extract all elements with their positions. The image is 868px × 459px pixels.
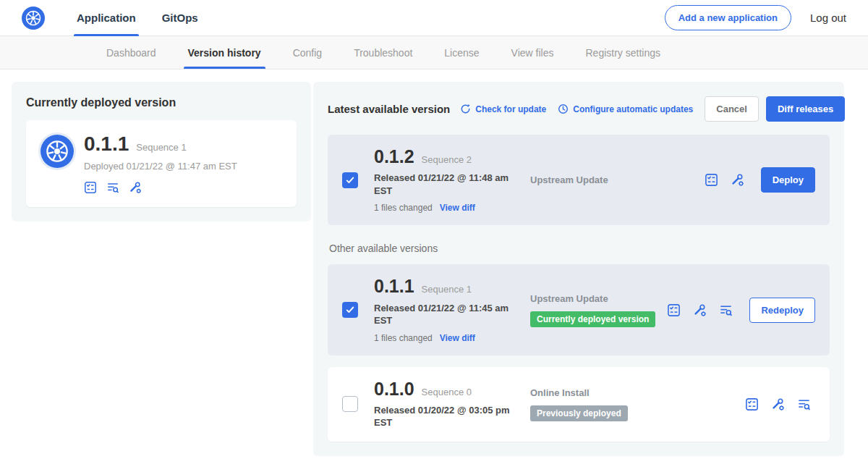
deployed-timestamp: Deployed 01/21/22 @ 11:47 am EST: [84, 161, 237, 172]
version-sequence: Sequence 0: [422, 387, 472, 397]
configure-automatic-updates-label: Configure automatic updates: [573, 104, 693, 114]
version-actions: [745, 397, 815, 411]
release-notes-icon[interactable]: [797, 397, 811, 411]
released-timestamp: Released 01/21/22 @ 11:48 am EST: [374, 172, 516, 197]
diff-releases-button[interactable]: Diff releases: [766, 96, 845, 122]
topnav-tab-application[interactable]: Application: [64, 0, 149, 36]
released-timestamp: Released 01/21/22 @ 11:45 am EST: [374, 302, 516, 327]
main-content: Currently deployed version: [0, 70, 868, 456]
preflight-checks-icon[interactable]: [84, 181, 97, 194]
previously-deployed-badge: Previously deployed: [530, 405, 628, 421]
release-notes-icon[interactable]: [719, 303, 733, 317]
release-notes-icon[interactable]: [106, 181, 119, 194]
version-number: 0.1.1: [374, 277, 414, 295]
checkmark-icon: [345, 175, 355, 185]
version-row-0-1-0: 0.1.0 Sequence 0 Released 01/20/22 @ 03:…: [328, 367, 830, 442]
preflight-checks-icon[interactable]: [705, 173, 718, 187]
add-new-application-button[interactable]: Add a new application: [665, 5, 791, 30]
clock-icon: [558, 104, 569, 114]
app-kubernetes-icon: [41, 135, 74, 168]
deployed-version-details: 0.1.1 Sequence 1 Deployed 01/21/22 @ 11:…: [84, 133, 237, 194]
subnav-tab-view-files[interactable]: View files: [495, 36, 570, 69]
subnav-tab-dashboard[interactable]: Dashboard: [90, 36, 172, 69]
subnav-tab-license[interactable]: License: [428, 36, 495, 69]
top-navbar: Application GitOps Add a new application…: [0, 0, 868, 36]
kubernetes-logo-icon: [22, 7, 45, 30]
subnav-tab-registry-settings[interactable]: Registry settings: [569, 36, 676, 69]
version-source: Upstream Update: [527, 174, 705, 185]
subnav-tab-config[interactable]: Config: [277, 36, 338, 69]
edit-config-icon[interactable]: [731, 173, 744, 187]
version-checkbox[interactable]: [342, 396, 358, 412]
files-changed-label: 1 files changed: [374, 333, 433, 343]
subnav-tab-version-history[interactable]: Version history: [172, 36, 277, 69]
configure-automatic-updates-link[interactable]: Configure automatic updates: [558, 104, 693, 114]
version-row-0-1-2: 0.1.2 Sequence 2 Released 01/21/22 @ 11:…: [328, 135, 830, 225]
currently-deployed-panel: Currently deployed version: [12, 82, 311, 222]
view-diff-link[interactable]: View diff: [440, 203, 475, 213]
available-versions-header: Latest available version Check for updat…: [328, 96, 830, 122]
deployed-sequence: Sequence 1: [136, 142, 186, 153]
version-row-0-1-1: 0.1.1 Sequence 1 Released 01/21/22 @ 11:…: [328, 264, 830, 355]
preflight-checks-icon[interactable]: [667, 303, 681, 317]
deployed-version-number: 0.1.1: [84, 133, 129, 156]
refresh-icon: [460, 104, 471, 114]
version-actions: Deploy: [705, 167, 815, 193]
version-source: Online Install Previously deployed: [527, 387, 745, 421]
source-label: Upstream Update: [530, 293, 667, 304]
check-for-update-link[interactable]: Check for update: [460, 104, 546, 114]
deployed-version-card: 0.1.1 Sequence 1 Deployed 01/21/22 @ 11:…: [26, 120, 297, 207]
source-label: Upstream Update: [530, 174, 705, 185]
version-source: Upstream Update Currently deployed versi…: [527, 293, 667, 327]
topnav-tabs: Application GitOps: [64, 0, 211, 36]
edit-config-icon[interactable]: [771, 397, 785, 411]
cancel-button[interactable]: Cancel: [705, 96, 759, 122]
version-checkbox[interactable]: [342, 302, 358, 318]
version-info: 0.1.2 Sequence 2 Released 01/21/22 @ 11:…: [374, 147, 527, 213]
view-diff-link[interactable]: View diff: [440, 333, 475, 343]
version-number: 0.1.2: [374, 147, 414, 166]
currently-deployed-badge: Currently deployed version: [530, 311, 655, 327]
topnav-right: Add a new application Log out: [665, 5, 846, 30]
version-actions: Redeploy: [667, 298, 815, 323]
version-number: 0.1.0: [374, 379, 414, 398]
currently-deployed-title: Currently deployed version: [26, 96, 297, 109]
subnav-tab-troubleshoot[interactable]: Troubleshoot: [338, 36, 428, 69]
version-sequence: Sequence 2: [422, 154, 472, 165]
redeploy-button[interactable]: Redeploy: [749, 298, 815, 323]
logout-link[interactable]: Log out: [810, 12, 846, 24]
edit-config-icon[interactable]: [693, 303, 707, 317]
check-for-update-label: Check for update: [475, 104, 546, 114]
checkmark-icon: [345, 305, 355, 315]
version-sequence: Sequence 1: [422, 284, 472, 295]
source-label: Online Install: [530, 387, 745, 398]
available-versions-panel: Latest available version Check for updat…: [313, 82, 844, 456]
other-available-versions-label: Other available versions: [329, 243, 830, 254]
app-subnav: Dashboard Version history Config Trouble…: [0, 36, 868, 70]
version-checkbox[interactable]: [342, 172, 358, 188]
topnav-tab-gitops[interactable]: GitOps: [149, 0, 211, 36]
preflight-checks-icon[interactable]: [745, 397, 759, 411]
version-info: 0.1.1 Sequence 1 Released 01/21/22 @ 11:…: [374, 277, 527, 342]
released-timestamp: Released 01/20/22 @ 03:05 pm EST: [374, 404, 516, 429]
deploy-button[interactable]: Deploy: [761, 167, 815, 193]
edit-config-icon[interactable]: [129, 181, 142, 194]
latest-available-title: Latest available version: [328, 103, 450, 115]
files-changed-label: 1 files changed: [374, 203, 433, 213]
version-info: 0.1.0 Sequence 0 Released 01/20/22 @ 03:…: [374, 379, 527, 429]
